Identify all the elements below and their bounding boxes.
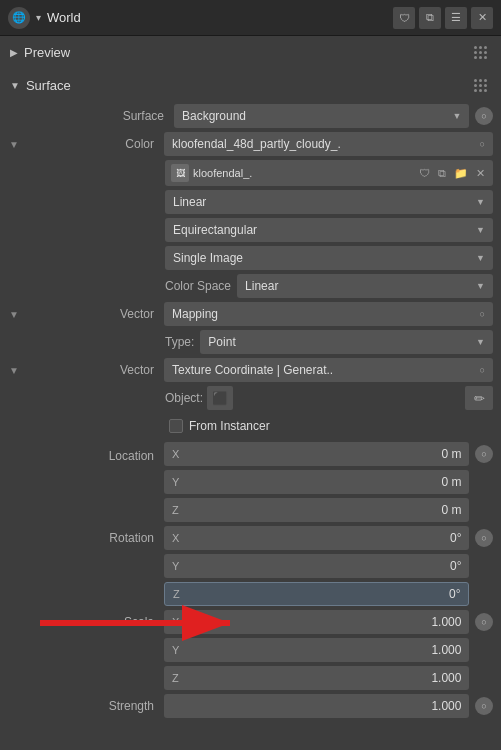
- equirectangular-content: Equirectangular ▼: [165, 218, 493, 242]
- mapping-dropdown[interactable]: Mapping ○: [164, 302, 493, 326]
- shield-icon[interactable]: 🛡: [393, 7, 415, 29]
- color-prop-row: ▼ Color kloofendal_48d_partly_cloudy_. ○: [4, 130, 493, 158]
- image-name: kloofendal_.: [193, 167, 413, 179]
- surface-properties: Surface Background ▼ ○ ▼ Color kloofenda…: [0, 102, 501, 720]
- scale-y-field[interactable]: Y 1.000: [164, 638, 469, 662]
- scale-z-row: Z 1.000 ○: [4, 664, 493, 692]
- strength-circle[interactable]: ○: [475, 697, 493, 715]
- loc-y-axis: Y: [172, 476, 179, 488]
- strength-label: Strength: [4, 699, 164, 713]
- linear1-dropdown[interactable]: Linear ▼: [165, 190, 493, 214]
- from-instancer-label: From Instancer: [189, 419, 270, 433]
- scale-y-axis: Y: [172, 644, 179, 656]
- object-cube-icon[interactable]: ⬛: [207, 386, 233, 410]
- colorspace-label: Color Space: [165, 279, 231, 293]
- shield-small-icon[interactable]: 🛡: [417, 167, 432, 179]
- loc-y-field[interactable]: Y 0 m: [164, 470, 469, 494]
- vector-arrow: ▼: [4, 309, 24, 320]
- location-label: Location: [4, 445, 164, 463]
- surface-dropdown[interactable]: Background ▼: [174, 104, 469, 128]
- strength-content: 1.000 ○: [164, 694, 493, 718]
- copy-small-icon[interactable]: ⧉: [436, 167, 448, 180]
- vector2-content: Texture Coordinate | Generat.. ○: [164, 358, 493, 382]
- strength-row: Strength 1.000 ○: [4, 692, 493, 720]
- color-chevron: ○: [480, 139, 485, 149]
- texture-coord-value: Texture Coordinate | Generat..: [172, 363, 333, 377]
- type-dropdown[interactable]: Point ▼: [200, 330, 493, 354]
- new-doc-icon[interactable]: ☰: [445, 7, 467, 29]
- scale-x-field[interactable]: X 1.000: [164, 610, 469, 634]
- scale-z-content: Z 1.000 ○: [164, 666, 493, 690]
- linear1-row: Linear ▼: [4, 188, 493, 216]
- color-dropdown[interactable]: kloofendal_48d_partly_cloudy_. ○: [164, 132, 493, 156]
- loc-x-axis: X: [172, 448, 179, 460]
- loc-x-circle[interactable]: ○: [475, 445, 493, 463]
- location-z-row: Z 0 m ○: [4, 496, 493, 524]
- strength-field[interactable]: 1.000: [164, 694, 469, 718]
- pencil-icon[interactable]: ✏: [465, 386, 493, 410]
- strength-val: 1.000: [431, 699, 461, 713]
- image-row-content: 🖼 kloofendal_. 🛡 ⧉ 📁 ✕: [165, 160, 493, 186]
- scale-x-val: 1.000: [431, 615, 461, 629]
- loc-y-val: 0 m: [441, 475, 461, 489]
- scale-y-val: 1.000: [431, 643, 461, 657]
- header-dropdown-arrow[interactable]: ▾: [36, 12, 41, 23]
- loc-x-field[interactable]: X 0 m: [164, 442, 469, 466]
- rotation-z-row: Z 0° ○: [4, 580, 493, 608]
- loc-x-val: 0 m: [441, 447, 461, 461]
- image-thumb-icon: 🖼: [171, 164, 189, 182]
- rot-x-field[interactable]: X 0°: [164, 526, 469, 550]
- rot-x-val: 0°: [450, 531, 461, 545]
- close-small-icon[interactable]: ✕: [474, 167, 487, 180]
- scale-z-field[interactable]: Z 1.000: [164, 666, 469, 690]
- preview-label: Preview: [24, 45, 70, 60]
- scale-x-axis: X: [172, 616, 179, 628]
- from-instancer-row: From Instancer: [4, 412, 493, 440]
- rotation-z-content: Z 0° ○: [164, 582, 493, 606]
- folder-small-icon[interactable]: 📁: [452, 167, 470, 180]
- surface-prop-content: Background ▼ ○: [174, 104, 493, 128]
- surface-circle-btn[interactable]: ○: [475, 107, 493, 125]
- type-chevron: ▼: [476, 337, 485, 347]
- type-label: Type:: [165, 335, 194, 349]
- rot-x-circle[interactable]: ○: [475, 529, 493, 547]
- colorspace-content: Color Space Linear ▼: [165, 274, 493, 298]
- header-icons: 🛡 ⧉ ☰ ✕: [393, 7, 493, 29]
- preview-collapse-arrow: ▶: [10, 47, 18, 58]
- from-instancer-checkbox[interactable]: [169, 419, 183, 433]
- single-image-dropdown[interactable]: Single Image ▼: [165, 246, 493, 270]
- rotation-y-content: Y 0° ○: [164, 554, 493, 578]
- vector-mapping-content: Mapping ○: [164, 302, 493, 326]
- location-x-row: Location X 0 m ○: [4, 440, 493, 468]
- scale-x-circle[interactable]: ○: [475, 613, 493, 631]
- single-image-value: Single Image: [173, 251, 243, 265]
- location-y-row: Y 0 m ○: [4, 468, 493, 496]
- rot-y-field[interactable]: Y 0°: [164, 554, 469, 578]
- loc-z-field[interactable]: Z 0 m: [164, 498, 469, 522]
- single-image-chevron: ▼: [476, 253, 485, 263]
- mapping-value: Mapping: [172, 307, 218, 321]
- surface-collapse-arrow: ▼: [10, 80, 20, 91]
- colorspace-chevron: ▼: [476, 281, 485, 291]
- rotation-y-row: Y 0° ○: [4, 552, 493, 580]
- object-content: Object: ⬛ ✏: [165, 386, 493, 410]
- preview-section-header[interactable]: ▶ Preview: [0, 36, 501, 69]
- preview-drag-handle[interactable]: [470, 42, 491, 63]
- object-prop-row: Object: ⬛ ✏: [4, 384, 493, 412]
- close-icon[interactable]: ✕: [471, 7, 493, 29]
- texture-coord-chevron: ○: [480, 365, 485, 375]
- loc-z-val: 0 m: [441, 503, 461, 517]
- rot-z-axis: Z: [173, 588, 180, 600]
- object-row: Object: ⬛ ✏: [165, 386, 493, 410]
- surface-section-header[interactable]: ▼ Surface: [0, 69, 501, 102]
- rot-z-field[interactable]: Z 0°: [164, 582, 469, 606]
- copy-icon[interactable]: ⧉: [419, 7, 441, 29]
- scale-label: Scale: [4, 615, 164, 629]
- equirectangular-dropdown[interactable]: Equirectangular ▼: [165, 218, 493, 242]
- colorspace-dropdown[interactable]: Linear ▼: [237, 274, 493, 298]
- texture-coord-dropdown[interactable]: Texture Coordinate | Generat.. ○: [164, 358, 493, 382]
- surface-drag-handle[interactable]: [470, 75, 491, 96]
- vector-mapping-row: ▼ Vector Mapping ○: [4, 300, 493, 328]
- rotation-x-row: Rotation X 0° ○: [4, 524, 493, 552]
- type-select-row: Type: Point ▼: [165, 330, 493, 354]
